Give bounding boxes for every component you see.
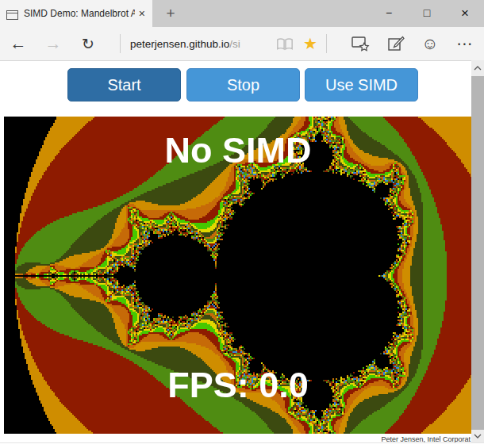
active-tab[interactable]: SIMD Demo: Mandelbrot A × bbox=[0, 0, 152, 27]
scroll-up-icon[interactable] bbox=[471, 60, 484, 76]
new-tab-button[interactable]: + bbox=[157, 0, 184, 27]
feedback-smiley-icon[interactable]: ☺ bbox=[418, 27, 442, 60]
tab-title: SIMD Demo: Mandelbrot A bbox=[24, 8, 135, 19]
hub-icon[interactable] bbox=[348, 27, 372, 60]
window-controls: − □ × bbox=[370, 0, 484, 27]
fractal-bitmap bbox=[4, 117, 472, 434]
scrollbar-thumb[interactable] bbox=[471, 76, 484, 430]
page-content: Start Stop Use SIMD No SIMD FPS: 0.0 Pet… bbox=[0, 61, 471, 448]
reading-view-icon bbox=[273, 27, 297, 60]
start-button[interactable]: Start bbox=[67, 68, 181, 101]
more-icon[interactable]: ⋯ bbox=[452, 27, 478, 60]
scroll-down-icon[interactable] bbox=[471, 430, 484, 442]
page-favicon-icon bbox=[6, 9, 18, 18]
divider bbox=[326, 34, 327, 53]
divider bbox=[120, 34, 121, 53]
maximize-button[interactable]: □ bbox=[408, 0, 446, 27]
url-path-text: /si bbox=[229, 38, 240, 50]
window-bottom-edge bbox=[0, 442, 484, 448]
url-text: peterjensen.github.io bbox=[130, 38, 229, 50]
web-note-icon[interactable] bbox=[384, 27, 408, 60]
tab-close-icon[interactable]: × bbox=[136, 7, 148, 20]
browser-window: SIMD Demo: Mandelbrot A × + − □ × ← → ↻ … bbox=[0, 0, 484, 448]
refresh-icon[interactable]: ↻ bbox=[76, 27, 100, 60]
address-bar[interactable]: peterjensen.github.io/si bbox=[130, 27, 240, 60]
navigation-bar: ← → ↻ peterjensen.github.io/si ★ ☺ ⋯ bbox=[0, 27, 484, 61]
mandelbrot-canvas: No SIMD FPS: 0.0 bbox=[4, 117, 472, 434]
stop-button[interactable]: Stop bbox=[186, 68, 300, 101]
favorites-star-icon[interactable]: ★ bbox=[298, 27, 322, 60]
tab-bar: SIMD Demo: Mandelbrot A × + − □ × bbox=[0, 0, 484, 27]
back-icon[interactable]: ← bbox=[6, 27, 30, 60]
minimize-button[interactable]: − bbox=[370, 0, 408, 27]
use-simd-button[interactable]: Use SIMD bbox=[305, 68, 418, 101]
close-window-button[interactable]: × bbox=[446, 0, 484, 27]
vertical-scrollbar[interactable] bbox=[471, 60, 484, 442]
forward-icon: → bbox=[41, 27, 65, 60]
